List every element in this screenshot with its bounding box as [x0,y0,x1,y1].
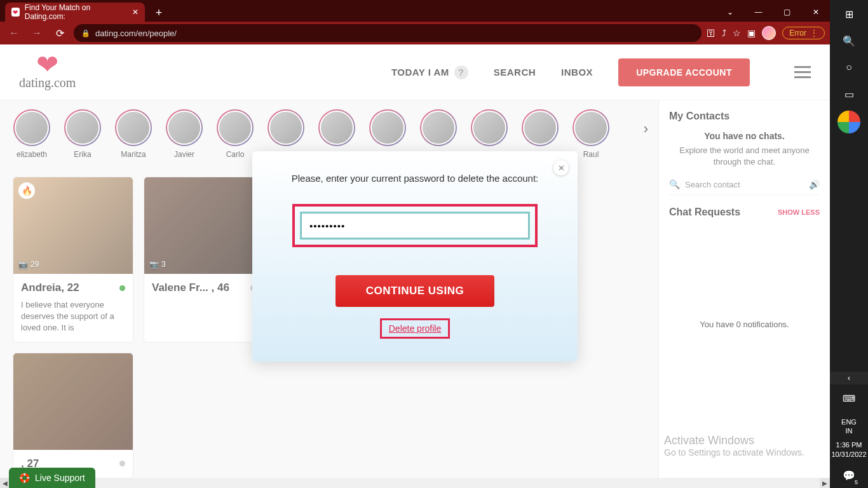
error-pill[interactable]: Error ⋮ [782,27,825,39]
address-bar[interactable]: 🔒 dating.com/en/people/ [74,24,702,42]
modal-prompt: Please, enter your current password to d… [278,173,552,184]
continue-using-button[interactable]: CONTINUE USING [336,275,494,307]
window-maximize-icon[interactable]: ▢ [773,3,801,22]
chevron-down-icon[interactable]: ⌄ [715,3,744,22]
lock-icon: 🔒 [81,29,90,37]
extensions-icon[interactable]: ▣ [747,28,756,38]
browser-tab[interactable]: ❤ Find Your Match on Dating.com: ✕ [5,3,145,22]
delete-account-modal: ✕ Please, enter your current password to… [252,151,578,362]
forward-button[interactable]: → [28,24,46,42]
star-icon[interactable]: ☆ [733,28,741,38]
key-icon[interactable]: ⚿ [707,28,715,38]
task-view-icon[interactable]: ▭ [836,81,862,107]
share-icon[interactable]: ⤴ [722,28,726,38]
window-minimize-icon[interactable]: — [744,3,773,22]
modal-close-button[interactable]: ✕ [553,160,569,175]
tab-title: Find Your Match on Dating.com: [25,3,123,21]
chrome-app-icon[interactable] [837,111,860,133]
windows-start-icon[interactable]: ⊞ [836,1,862,27]
search-icon[interactable]: 🔍 [836,28,862,53]
tab-close-icon[interactable]: ✕ [132,8,139,17]
tab-favicon: ❤ [11,8,20,17]
page: ❤ dating.com TODAY I AM ? SEARCH INBOX U… [0,44,830,488]
delete-profile-link[interactable]: Delete profile [389,323,442,334]
clock[interactable]: 1:36 PM 10/31/2022 [831,438,866,461]
tray-expand-icon[interactable]: ‹ [830,372,868,384]
live-support-button[interactable]: 🛟 Live Support [9,468,95,488]
window-close-icon[interactable]: ✕ [801,3,830,22]
back-button[interactable]: ← [5,24,23,42]
notifications-icon[interactable]: 💬5 [836,463,862,488]
support-icon: 🛟 [19,473,30,483]
error-label: Error [789,29,806,37]
language-indicator[interactable]: ENG IN [841,415,857,438]
input-method-icon[interactable]: ⌨ [836,386,862,411]
browser-titlebar: ❤ Find Your Match on Dating.com: ✕ + ⌄ —… [0,0,830,22]
new-tab-button[interactable]: + [150,4,168,22]
password-input[interactable] [301,213,529,238]
url-text: dating.com/en/people/ [95,29,177,38]
delete-highlight: Delete profile [380,318,450,339]
password-highlight [292,204,538,247]
kebab-icon: ⋮ [810,29,818,37]
profile-avatar[interactable] [762,26,776,40]
windows-taskbar: ⊞ 🔍 ○ ▭ ‹ ⌨ ENG IN 1:36 PM 10/31/2022 💬5 [830,0,868,488]
cortana-icon[interactable]: ○ [836,55,862,80]
browser-toolbar: ← → ⟳ 🔒 dating.com/en/people/ ⚿ ⤴ ☆ ▣ Er… [0,22,830,44]
reload-button[interactable]: ⟳ [51,24,69,42]
modal-backdrop: ✕ Please, enter your current password to… [0,44,830,488]
